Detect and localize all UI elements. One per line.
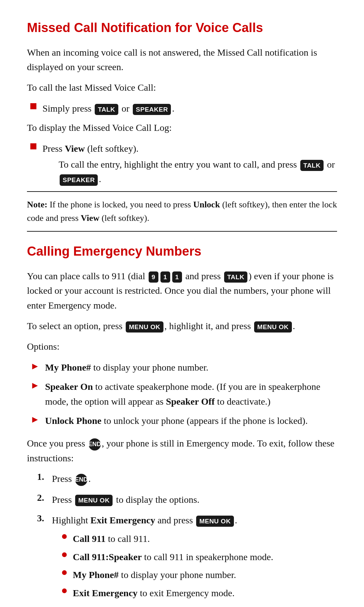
sub-bullet3: My Phone# to display your phone number. xyxy=(59,568,337,582)
sub-bullet1-content: Call 911 to call 911. xyxy=(73,531,337,546)
section1-bullet1: Simply press TALK or SPEAKER. xyxy=(27,101,337,116)
menu-key-badge2: MENU OK xyxy=(254,321,292,333)
note-box: Note: If the phone is locked, you need t… xyxy=(27,191,337,232)
step1-num: 1. xyxy=(37,471,48,482)
arrow-icon3: ► xyxy=(30,414,40,425)
note-unlock-bold: Unlock xyxy=(193,200,220,209)
sub-bullet2-content: Call 911:Speaker to call 911 in speakerp… xyxy=(73,550,337,564)
para3-prefix: Once you press xyxy=(27,438,88,449)
option3-bold: Unlock Phone xyxy=(45,415,101,426)
option2-content: Speaker On to activate speakerphone mode… xyxy=(45,379,337,409)
section1-title: Missed Call Notification for Voice Calls xyxy=(27,20,337,36)
arrow-icon1: ► xyxy=(30,361,40,372)
bullet-square-icon2 xyxy=(30,143,36,149)
section1-bullet2-content: Press View (left softkey). To call the e… xyxy=(42,141,337,186)
sub1-text: to call 911. xyxy=(105,533,150,544)
sub-bullet4-content: Exit Emergency to exit Emergency mode. xyxy=(73,586,337,600)
bullet1-prefix: Simply press xyxy=(42,103,94,114)
step1: 1. Press END. xyxy=(27,471,337,486)
dot-icon2 xyxy=(62,552,67,557)
sub2-bold: Call 911:Speaker xyxy=(73,552,142,562)
step3-num: 3. xyxy=(37,513,48,524)
sub4-bold: Exit Emergency xyxy=(73,588,138,598)
end-key-badge: END xyxy=(89,438,101,451)
option1-item: ► My Phone# to display your phone number… xyxy=(27,360,337,375)
option1-content: My Phone# to display your phone number. xyxy=(45,360,337,375)
option2-text2: to deactivate.) xyxy=(215,396,271,407)
option3-content: Unlock Phone to unlock your phone (appea… xyxy=(45,413,337,428)
step3-content: Highlight Exit Emergency and press MENU … xyxy=(52,513,337,604)
bullet1-mid: or xyxy=(119,103,132,114)
step3-prefix: Highlight xyxy=(52,515,90,525)
sub3-bold: My Phone# xyxy=(73,570,119,580)
section2-para3: Once you press END, your phone is still … xyxy=(27,436,337,465)
bullet2-rest: (left softkey). xyxy=(85,143,139,154)
step2-key-badge: MENU OK xyxy=(75,495,113,506)
speaker-key-badge: SPEAKER xyxy=(133,104,171,115)
indent-block: To call the entry, highlight the entry y… xyxy=(42,157,337,186)
arrow-icon2: ► xyxy=(30,380,40,391)
para2-text3: . xyxy=(293,321,295,331)
option3-text: to unlock your phone (appears if the pho… xyxy=(101,415,308,426)
options-label: Options: xyxy=(27,339,337,354)
view-bold: View xyxy=(65,143,85,154)
sub2-text: to call 911 in speakerphone mode. xyxy=(142,552,273,562)
note-body3: (left softkey). xyxy=(99,213,149,223)
section2-para1: You can place calls to 911 (dial 911 and… xyxy=(27,269,337,313)
para2-text2: , highlight it, and press xyxy=(164,321,253,331)
indent-suffix: . xyxy=(99,174,101,184)
step2: 2. Press MENU OK to display the options. xyxy=(27,492,337,507)
step3-suffix: . xyxy=(235,515,237,525)
talk-key-badge: TALK xyxy=(95,104,118,115)
key-1a-badge: 1 xyxy=(160,271,170,283)
section1-bullet1-content: Simply press TALK or SPEAKER. xyxy=(42,101,337,116)
step2-prefix: Press xyxy=(52,494,74,505)
step2-content: Press MENU OK to display the options. xyxy=(52,492,337,507)
step1-content: Press END. xyxy=(52,471,337,486)
option2-bold: Speaker On xyxy=(45,381,93,392)
key-1b-badge: 1 xyxy=(172,271,182,283)
sub1-bold: Call 911 xyxy=(73,533,105,544)
section2-para2: To select an option, press MENU OK, high… xyxy=(27,319,337,333)
key-9-badge: 9 xyxy=(149,271,158,283)
para2-text1: To select an option, press xyxy=(27,321,125,331)
option3-item: ► Unlock Phone to unlock your phone (app… xyxy=(27,413,337,428)
sub-bullet4: Exit Emergency to exit Emergency mode. xyxy=(59,586,337,600)
dot-icon3 xyxy=(62,570,67,575)
step1-key-badge: END xyxy=(75,474,87,486)
sub-bullet2: Call 911:Speaker to call 911 in speakerp… xyxy=(59,550,337,564)
option1-text: to display your phone number. xyxy=(91,362,208,373)
indent-mid: or xyxy=(325,159,335,170)
option1-bold: My Phone# xyxy=(45,362,91,373)
dot-icon4 xyxy=(62,588,67,593)
note-body1: If the phone is locked, you need to pres… xyxy=(50,200,193,209)
sub-bullets-container: Call 911 to call 911. Call 911:Speaker t… xyxy=(52,531,337,600)
indent-talk-badge: TALK xyxy=(300,160,324,171)
section1-to-display-label: To display the Missed Voice Call Log: xyxy=(27,120,337,135)
step2-num: 2. xyxy=(37,492,48,503)
note-label: Note: xyxy=(27,200,50,209)
section1-intro: When an incoming voice call is not answe… xyxy=(27,45,337,75)
section1-bullet2: Press View (left softkey). To call the e… xyxy=(27,141,337,186)
menu-key-badge1: MENU OK xyxy=(126,321,163,333)
step2-suffix: to display the options. xyxy=(114,494,199,505)
sub4-text: to exit Emergency mode. xyxy=(138,588,235,598)
sub-bullet1: Call 911 to call 911. xyxy=(59,531,337,546)
section2-title: Calling Emergency Numbers xyxy=(27,244,337,259)
para1-text1: You can place calls to 911 (dial xyxy=(27,271,148,281)
indent-text1: To call the entry, highlight the entry y… xyxy=(59,159,299,170)
section1-to-call-label: To call the last Missed Voice Call: xyxy=(27,80,337,95)
note-text: Note: If the phone is locked, you need t… xyxy=(27,198,337,225)
step3: 3. Highlight Exit Emergency and press ME… xyxy=(27,513,337,604)
dot-icon1 xyxy=(62,534,67,539)
step1-prefix: Press xyxy=(52,473,74,484)
sub-bullet3-content: My Phone# to display your phone number. xyxy=(73,568,337,582)
step3-key-badge: MENU OK xyxy=(196,516,234,527)
indent-speaker-badge: SPEAKER xyxy=(60,174,98,185)
step3-bold: Exit Emergency xyxy=(90,515,155,525)
bullet-square-icon xyxy=(30,103,36,109)
step1-suffix: . xyxy=(88,473,91,484)
note-view-bold: View xyxy=(81,213,99,223)
option2-item: ► Speaker On to activate speakerphone mo… xyxy=(27,379,337,409)
option2-bold2: Speaker Off xyxy=(166,396,215,407)
